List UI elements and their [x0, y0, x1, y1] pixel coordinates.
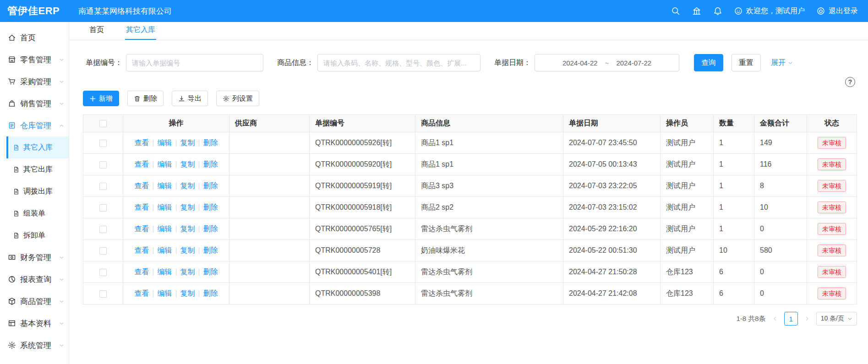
sidebar-item-goods[interactable]: 商品管理	[0, 290, 69, 312]
action-edit-link[interactable]: 编辑	[157, 139, 172, 147]
action-copy-link[interactable]: 复制	[180, 182, 195, 190]
sidebar-subitem-other-inbound[interactable]: 其它入库	[6, 136, 69, 158]
action-delete-link[interactable]: 删除	[203, 203, 218, 211]
cell-product-info: 雷达杀虫气雾剂	[415, 218, 563, 240]
pagination-total: 1-8 共8条	[736, 315, 765, 323]
action-copy-link[interactable]: 复制	[180, 289, 195, 297]
action-delete-link[interactable]: 删除	[203, 160, 218, 168]
action-separator: |	[198, 139, 200, 147]
action-delete-link[interactable]: 删除	[203, 182, 218, 190]
col-header-supplier: 供应商	[229, 115, 310, 132]
bank-icon[interactable]	[692, 6, 701, 16]
action-view-link[interactable]: 查看	[134, 203, 149, 211]
action-copy-link[interactable]: 复制	[180, 246, 195, 254]
cell-operator: 测试用户	[661, 218, 714, 240]
row-checkbox[interactable]	[99, 204, 107, 212]
action-view-link[interactable]: 查看	[134, 246, 149, 254]
cell-bill-no: QTRK00000005920[转]	[310, 154, 415, 175]
chevron-down-icon	[59, 57, 64, 62]
product-info-input[interactable]	[317, 54, 480, 71]
row-checkbox[interactable]	[99, 140, 107, 147]
sidebar-item-finance[interactable]: 财务管理	[0, 246, 69, 268]
tab-other-inbound[interactable]: 其它入库	[125, 22, 156, 40]
cell-amount-total: 0	[754, 283, 807, 304]
sidebar-item-label: 商品管理	[20, 296, 51, 307]
logout-button[interactable]: 退出登录	[817, 6, 858, 16]
action-separator: |	[152, 246, 154, 254]
action-copy-link[interactable]: 复制	[180, 225, 195, 233]
action-view-link[interactable]: 查看	[134, 182, 149, 190]
add-button[interactable]: 新增	[83, 91, 119, 106]
action-delete-link[interactable]: 删除	[203, 139, 218, 147]
delete-button[interactable]: 删除	[127, 91, 164, 106]
action-edit-link[interactable]: 编辑	[157, 289, 172, 297]
action-view-link[interactable]: 查看	[134, 268, 149, 276]
tab-home[interactable]: 首页	[88, 22, 105, 40]
sidebar-subitem-assembly[interactable]: 组装单	[0, 202, 69, 224]
sidebar-item-sales[interactable]: 销售管理	[0, 92, 69, 114]
sidebar-item-retail[interactable]: 零售管理	[0, 49, 69, 71]
expand-link[interactable]: 展开	[771, 58, 793, 68]
row-checkbox[interactable]	[99, 269, 107, 276]
action-separator: |	[198, 289, 200, 297]
row-checkbox[interactable]	[99, 161, 107, 168]
row-checkbox[interactable]	[99, 183, 107, 190]
action-edit-link[interactable]: 编辑	[157, 160, 172, 168]
search-button[interactable]: 查询	[694, 54, 723, 71]
sidebar-item-system[interactable]: 系统管理	[0, 334, 69, 356]
action-separator: |	[175, 268, 177, 276]
sidebar-item-report[interactable]: 报表查询	[0, 268, 69, 290]
action-delete-link[interactable]: 删除	[203, 289, 218, 297]
action-edit-link[interactable]: 编辑	[157, 225, 172, 233]
sidebar-item-basic[interactable]: 基本资料	[0, 312, 69, 334]
sidebar-item-warehouse[interactable]: 仓库管理	[0, 114, 69, 136]
date-range-picker[interactable]: 2024-04-22 ~ 2024-07-22	[535, 54, 679, 71]
action-separator: |	[198, 160, 200, 168]
cell-operator: 测试用户	[661, 132, 714, 154]
reset-button[interactable]: 重置	[732, 54, 761, 71]
doc-icon	[13, 144, 20, 151]
search-icon[interactable]	[671, 6, 680, 16]
action-edit-link[interactable]: 编辑	[157, 246, 172, 254]
action-edit-link[interactable]: 编辑	[157, 182, 172, 190]
prev-page-button[interactable]	[772, 316, 778, 321]
sidebar-subitem-disassembly[interactable]: 拆卸单	[0, 224, 69, 246]
action-delete-link[interactable]: 删除	[203, 246, 218, 254]
page-size-select[interactable]: 10 条/页	[816, 312, 857, 326]
bill-no-input[interactable]	[126, 54, 263, 71]
action-view-link[interactable]: 查看	[134, 289, 149, 297]
action-edit-link[interactable]: 编辑	[157, 268, 172, 276]
bell-icon[interactable]	[713, 6, 722, 16]
next-page-button[interactable]	[804, 316, 810, 321]
action-copy-link[interactable]: 复制	[180, 160, 195, 168]
welcome-user[interactable]: 欢迎您，测试用户	[734, 6, 805, 16]
row-checkbox[interactable]	[99, 226, 107, 233]
action-view-link[interactable]: 查看	[134, 139, 149, 147]
sidebar: 首页零售管理采购管理销售管理仓库管理其它入库其它出库调拨出库组装单拆卸单财务管理…	[0, 22, 69, 364]
action-view-link[interactable]: 查看	[134, 160, 149, 168]
page-number[interactable]: 1	[784, 312, 798, 326]
sidebar-item-home[interactable]: 首页	[0, 27, 69, 49]
action-view-link[interactable]: 查看	[134, 225, 149, 233]
action-copy-link[interactable]: 复制	[180, 203, 195, 211]
select-all-checkbox[interactable]	[99, 120, 107, 127]
action-copy-link[interactable]: 复制	[180, 139, 195, 147]
sidebar-subitem-other-outbound[interactable]: 其它出库	[0, 158, 69, 180]
row-checkbox[interactable]	[99, 290, 107, 298]
sidebar-item-purchase[interactable]: 采购管理	[0, 71, 69, 92]
action-copy-link[interactable]: 复制	[180, 268, 195, 276]
action-separator: |	[152, 268, 154, 276]
action-separator: |	[198, 268, 200, 276]
action-separator: |	[198, 225, 200, 233]
help-icon[interactable]: ?	[845, 77, 855, 87]
col-header-operator: 操作员	[661, 115, 714, 132]
export-button[interactable]: 导出	[172, 91, 208, 106]
sidebar-subitem-transfer-outbound[interactable]: 调拨出库	[0, 180, 69, 202]
row-checkbox[interactable]	[99, 247, 107, 255]
action-delete-link[interactable]: 删除	[203, 225, 218, 233]
table-row: 查看|编辑|复制|删除QTRK00000005401[转]雷达杀虫气雾剂2024…	[83, 261, 857, 283]
cell-bill-date: 2024-04-27 21:50:28	[563, 261, 661, 283]
column-settings-button[interactable]: 列设置	[216, 91, 259, 106]
action-edit-link[interactable]: 编辑	[157, 203, 172, 211]
action-delete-link[interactable]: 删除	[203, 268, 218, 276]
